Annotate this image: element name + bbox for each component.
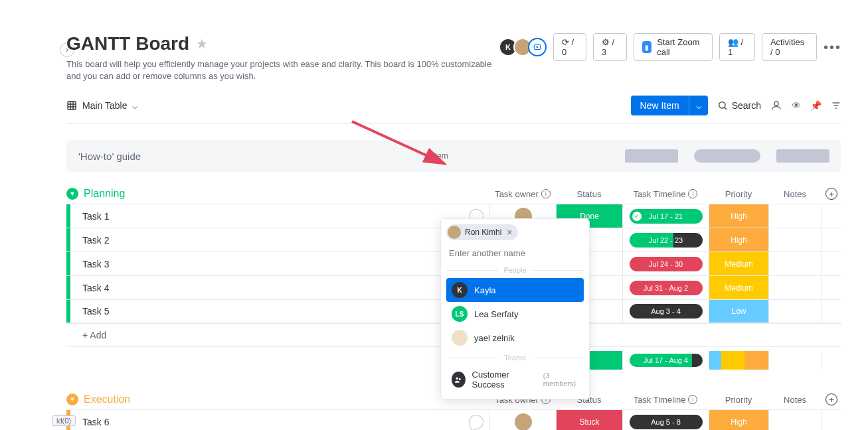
cell-priority[interactable]: Low: [709, 300, 768, 322]
group-title[interactable]: Execution: [84, 394, 130, 405]
cell-add: [822, 228, 841, 251]
zoom-call-button[interactable]: ▮ Start Zoom call: [634, 33, 713, 61]
cell-notes[interactable]: [768, 252, 822, 275]
activities-button[interactable]: Activities / 0: [762, 33, 817, 61]
board-header: GANTT Board ★ This board will help you e…: [66, 33, 841, 82]
avatar: K: [452, 282, 468, 298]
cell-notes[interactable]: [768, 276, 822, 299]
divider-teams: Teams: [446, 354, 584, 362]
info-icon: i: [541, 189, 551, 198]
star-icon[interactable]: ★: [196, 36, 208, 52]
svg-point-2: [719, 102, 725, 108]
cell-notes[interactable]: [768, 300, 822, 322]
automations-button[interactable]: ⟳ / 0: [553, 33, 586, 61]
cell-timeline[interactable]: Aug 3 - 4: [622, 300, 709, 322]
svg-point-6: [459, 378, 461, 380]
svg-line-4: [352, 121, 445, 164]
group-title[interactable]: Planning: [84, 188, 125, 200]
task-name[interactable]: Task 3: [70, 252, 463, 275]
group-collapse-toggle[interactable]: ▼: [66, 394, 78, 405]
chevron-down-icon[interactable]: ⌵: [689, 96, 708, 115]
view-selector[interactable]: Main Table ⌵: [66, 100, 137, 111]
task-name[interactable]: Task 6: [70, 410, 463, 430]
people-option[interactable]: KKayla: [446, 278, 584, 302]
add-column-button[interactable]: +: [822, 188, 841, 200]
cell-timeline[interactable]: ✓Jul 17 - 21: [622, 204, 709, 228]
svg-rect-1: [68, 102, 76, 109]
column-header-notes[interactable]: Notes: [768, 395, 822, 405]
column-header-status[interactable]: Status: [556, 189, 622, 199]
people-option[interactable]: LSLea Serfaty: [446, 302, 584, 326]
column-header-priority[interactable]: Priority: [709, 395, 768, 405]
cell-add: [822, 276, 841, 299]
group-collapse-toggle[interactable]: ▼: [66, 188, 78, 200]
svg-point-3: [774, 102, 778, 106]
remove-chip-icon[interactable]: ×: [505, 227, 513, 238]
summary-bar: [625, 149, 678, 163]
invite-icon[interactable]: [528, 38, 547, 56]
board-title[interactable]: GANTT Board: [66, 33, 189, 54]
people-option[interactable]: yael zelnik: [446, 326, 584, 350]
avatar: LS: [452, 306, 468, 322]
cell-notes[interactable]: [768, 228, 822, 251]
summary-bar: [694, 149, 760, 163]
new-item-button[interactable]: New Item ⌵: [631, 96, 708, 115]
search-button[interactable]: Search: [717, 100, 761, 111]
integrations-button[interactable]: ⚙ / 3: [593, 33, 627, 61]
table-row[interactable]: Task 6 Stuck Aug 5 - 8 High: [66, 409, 841, 430]
cell-add: [822, 300, 841, 322]
more-menu-icon[interactable]: •••: [824, 40, 841, 55]
members-button[interactable]: 👥 / 1: [719, 33, 755, 61]
column-header-priority[interactable]: Priority: [709, 189, 768, 199]
cell-timeline[interactable]: Jul 24 - 30: [622, 252, 709, 275]
summary-priority: [709, 351, 768, 370]
search-icon: [717, 100, 728, 111]
chevron-down-icon: ⌵: [132, 100, 137, 111]
cell-add: [822, 252, 841, 275]
column-header-owner[interactable]: Task owneri: [489, 189, 556, 199]
add-column-button[interactable]: +: [822, 394, 841, 405]
cell-timeline[interactable]: Jul 22 - 23: [622, 228, 709, 251]
person-filter-icon[interactable]: [770, 100, 782, 111]
task-name[interactable]: Task 5: [70, 300, 463, 322]
cell-priority[interactable]: High: [709, 410, 768, 430]
column-header-timeline[interactable]: Task Timelinei: [622, 395, 709, 405]
avatar: [448, 226, 461, 239]
column-header-timeline[interactable]: Task Timelinei: [622, 189, 709, 199]
svg-point-5: [456, 378, 459, 380]
summary-bar: [776, 149, 829, 163]
divider-people: People: [446, 266, 584, 274]
cell-owner[interactable]: [489, 410, 556, 430]
cell-timeline[interactable]: Jul 31 - Aug 2: [622, 276, 709, 299]
filter-icon[interactable]: [831, 100, 841, 111]
cell-status[interactable]: Stuck: [556, 410, 622, 430]
selected-person-chip[interactable]: Ron Kimhi ×: [446, 224, 518, 240]
cell-timeline[interactable]: Aug 5 - 8: [622, 410, 709, 430]
chat-icon[interactable]: [463, 410, 489, 430]
task-name[interactable]: Task 4: [70, 276, 463, 299]
annotation-arrow: [345, 115, 458, 175]
pin-icon[interactable]: 📌: [810, 100, 822, 111]
cell-priority[interactable]: High: [709, 204, 768, 228]
team-icon: [452, 372, 466, 388]
cell-priority[interactable]: High: [709, 228, 768, 251]
cell-notes[interactable]: [768, 410, 822, 430]
cell-add: [822, 204, 841, 228]
hide-icon[interactable]: 👁: [792, 100, 801, 111]
people-search-input[interactable]: [446, 244, 584, 262]
team-option[interactable]: Customer Success(3 members): [446, 366, 584, 394]
task-name[interactable]: Task 1: [70, 204, 463, 228]
board-members-avatars[interactable]: K: [503, 38, 547, 56]
avatar: [452, 330, 468, 346]
cell-priority[interactable]: Medium: [709, 252, 768, 275]
task-name[interactable]: Task 2: [70, 228, 463, 251]
cell-notes[interactable]: [768, 204, 822, 228]
info-icon: i: [688, 189, 697, 198]
info-icon: i: [688, 395, 697, 404]
summary-timeline: Jul 17 - Aug 4: [622, 351, 709, 370]
board-description[interactable]: This board will help you efficiently man…: [66, 58, 503, 82]
table-icon: [66, 100, 77, 111]
column-header-notes[interactable]: Notes: [768, 189, 822, 199]
cell-priority[interactable]: Medium: [709, 276, 768, 299]
people-picker-dropdown: Ron Kimhi × People KKaylaLSLea Serfatyya…: [440, 218, 590, 399]
